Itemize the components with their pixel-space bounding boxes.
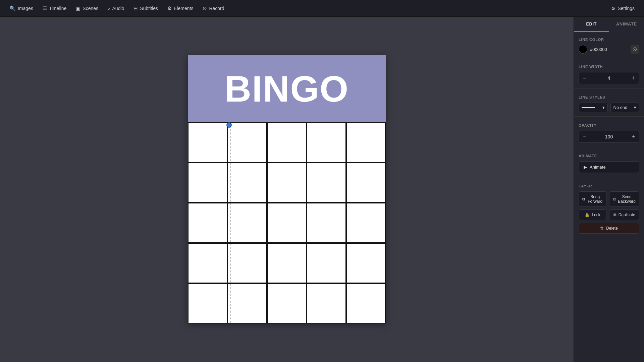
bingo-cell-r4c1[interactable] — [188, 243, 227, 283]
nav-item-record[interactable]: ⊙ Record — [199, 3, 228, 13]
bingo-cell-r3c4[interactable] — [307, 203, 346, 243]
line-width-label: LINE WIDTH — [579, 65, 639, 69]
line-end-chevron: ▾ — [634, 105, 636, 110]
nav-item-scenes[interactable]: ▣ Scenes — [72, 3, 102, 13]
top-navigation: 🔍 Images ☰ Timeline ▣ Scenes ♪ Audio ⊟ S… — [0, 0, 644, 17]
line-color-section: LINE COLOR #000000 — [574, 32, 644, 56]
duplicate-icon: ⧉ — [613, 213, 616, 217]
scenes-icon: ▣ — [76, 5, 80, 11]
line-width-value: 4 — [590, 75, 628, 81]
nav-label-audio: Audio — [112, 6, 124, 11]
gear-icon: ⚙ — [611, 6, 615, 11]
animate-icon: ▶ — [584, 165, 587, 170]
bingo-cell-r4c5[interactable] — [346, 243, 386, 283]
divider-4 — [574, 147, 644, 147]
settings-button[interactable]: ⚙ Settings — [607, 4, 639, 13]
nav-label-subtitles: Subtitles — [140, 6, 158, 11]
divider-3 — [574, 116, 644, 117]
line-end-dropdown[interactable]: No end ▾ — [610, 103, 640, 112]
nav-label-elements: Elements — [174, 6, 193, 11]
audio-icon: ♪ — [108, 5, 110, 11]
divider-2 — [574, 88, 644, 88]
lock-button[interactable]: 🔒 Lock — [579, 209, 606, 220]
bring-forward-button[interactable]: ⧉ Bring Forward — [579, 191, 606, 207]
record-icon: ⊙ — [203, 5, 207, 11]
opacity-section: OPACITY − 100 + — [574, 118, 644, 145]
bingo-cell-r4c4[interactable] — [307, 243, 346, 283]
nav-label-timeline: Timeline — [49, 6, 66, 11]
tab-edit[interactable]: EDIT — [574, 17, 609, 32]
tab-animate[interactable]: ANIMATE — [609, 17, 644, 32]
lock-icon: 🔒 — [585, 213, 590, 217]
timeline-icon: ☰ — [43, 5, 47, 11]
opacity-value: 100 — [590, 134, 628, 139]
bingo-card[interactable]: BINGO — [188, 55, 386, 323]
send-backward-label: Send Backward — [618, 194, 636, 204]
bingo-cell-r2c4[interactable] — [307, 163, 346, 203]
duplicate-label: Duplicate — [619, 213, 635, 217]
bingo-cell-r1c2[interactable] — [227, 122, 267, 163]
opacity-increase-button[interactable]: + — [628, 131, 639, 142]
bingo-cell-r5c1[interactable] — [188, 283, 227, 323]
images-icon: 🔍 — [9, 5, 16, 11]
line-style-chevron: ▾ — [602, 105, 605, 110]
line-style-dropdown[interactable]: ▾ — [579, 103, 608, 112]
bingo-cell-r5c3[interactable] — [267, 283, 307, 323]
bring-forward-icon: ⧉ — [582, 197, 585, 201]
bingo-cell-r1c1[interactable] — [188, 122, 227, 163]
divider-1 — [574, 58, 644, 58]
line-width-stepper: − 4 + — [579, 72, 639, 84]
bingo-cell-r2c2[interactable] — [227, 163, 267, 203]
send-backward-button[interactable]: ⧉ Send Backward — [609, 191, 639, 207]
bingo-cell-r1c4[interactable] — [307, 122, 346, 163]
layer-section: LAYER ⧉ Bring Forward ⧉ Send Backward 🔒 … — [574, 179, 644, 236]
bingo-cell-r5c4[interactable] — [307, 283, 346, 323]
bingo-header: BINGO — [188, 55, 386, 122]
nav-item-audio[interactable]: ♪ Audio — [104, 3, 128, 13]
animate-label: Animate — [590, 165, 606, 170]
bingo-cell-r1c5[interactable] — [346, 122, 386, 163]
line-width-increase-button[interactable]: + — [628, 72, 639, 84]
line-styles-section: LINE STYLES ▾ No end ▾ — [574, 90, 644, 115]
opacity-label: OPACITY — [579, 123, 639, 127]
layer-label: LAYER — [579, 184, 639, 188]
delete-icon: 🗑 — [600, 226, 604, 231]
nav-label-record: Record — [209, 6, 224, 11]
bingo-cell-r2c1[interactable] — [188, 163, 227, 203]
bingo-cell-r4c2[interactable] — [227, 243, 267, 283]
elements-icon: ⚙ — [167, 5, 172, 11]
line-width-decrease-button[interactable]: − — [579, 72, 590, 84]
animate-button[interactable]: ▶ Animate — [579, 161, 639, 173]
eyedropper-button[interactable] — [631, 45, 639, 54]
bingo-cell-r5c2[interactable] — [227, 283, 267, 323]
bingo-cell-r5c5[interactable] — [346, 283, 386, 323]
delete-label: Delete — [606, 226, 618, 231]
panel-tabs: EDIT ANIMATE — [574, 17, 644, 32]
settings-label: Settings — [618, 6, 635, 11]
line-width-section: LINE WIDTH − 4 + — [574, 59, 644, 87]
nav-item-images[interactable]: 🔍 Images — [5, 3, 37, 13]
canvas-area[interactable]: BINGO — [0, 17, 574, 362]
bingo-cell-r2c3[interactable] — [267, 163, 307, 203]
nav-label-scenes: Scenes — [83, 6, 98, 11]
bingo-cell-r3c3[interactable] — [267, 203, 307, 243]
bingo-cell-r3c2[interactable] — [227, 203, 267, 243]
nav-item-elements[interactable]: ⚙ Elements — [163, 3, 197, 13]
duplicate-button[interactable]: ⧉ Duplicate — [609, 209, 639, 220]
bingo-cell-r4c3[interactable] — [267, 243, 307, 283]
opacity-decrease-button[interactable]: − — [579, 131, 590, 142]
bingo-cell-r3c1[interactable] — [188, 203, 227, 243]
subtitles-icon: ⊟ — [133, 5, 138, 11]
bingo-cell-r3c5[interactable] — [346, 203, 386, 243]
bingo-title: BINGO — [225, 70, 349, 107]
color-swatch[interactable] — [579, 45, 587, 54]
bingo-cell-r1c3[interactable] — [267, 122, 307, 163]
divider-5 — [574, 177, 644, 177]
line-styles-row: ▾ No end ▾ — [579, 103, 639, 112]
bingo-cell-r2c5[interactable] — [346, 163, 386, 203]
color-hex-value: #000000 — [590, 47, 607, 52]
nav-item-timeline[interactable]: ☰ Timeline — [39, 3, 70, 13]
delete-button[interactable]: 🗑 Delete — [579, 223, 639, 234]
nav-item-subtitles[interactable]: ⊟ Subtitles — [129, 3, 162, 13]
animate-section-label: ANIMATE — [579, 154, 639, 158]
